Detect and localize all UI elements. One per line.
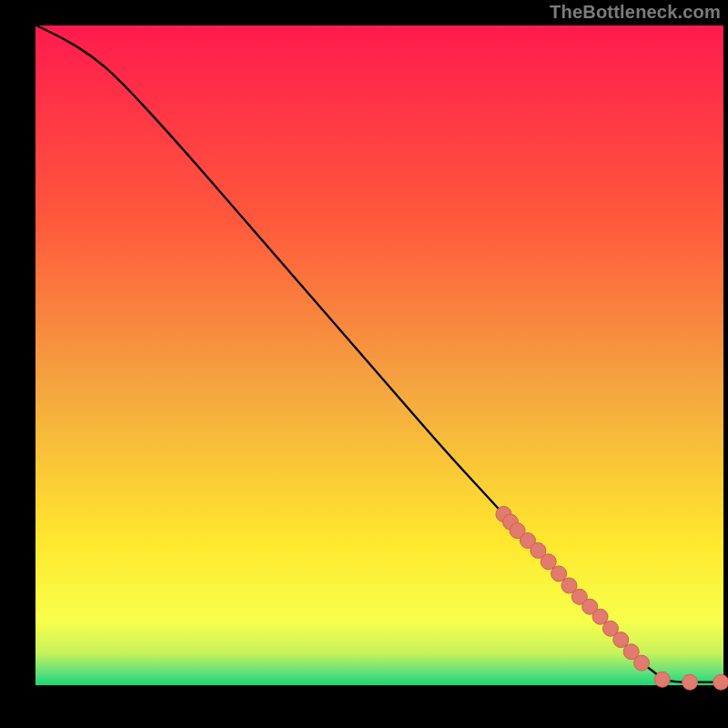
data-marker <box>682 674 698 690</box>
data-marker <box>713 674 728 690</box>
data-marker <box>634 655 650 671</box>
chart-container: TheBottleneck.com <box>0 0 728 728</box>
plot-background <box>35 25 724 686</box>
bottleneck-chart <box>0 0 728 728</box>
data-marker <box>654 672 670 687</box>
